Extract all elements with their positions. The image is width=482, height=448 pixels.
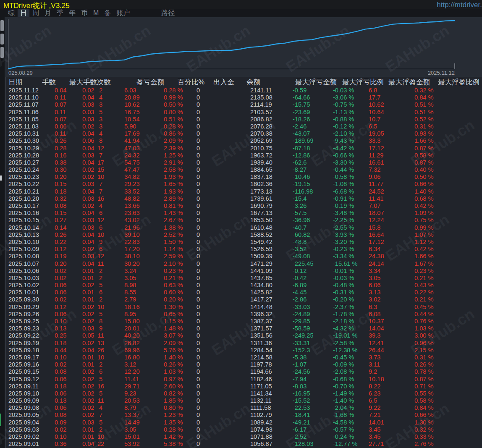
- menu-tab-0[interactable]: 综: [6, 9, 17, 17]
- cell-max-float-profit: 7.32: [369, 166, 380, 173]
- left-edge-scrollbar[interactable]: [0, 17, 5, 448]
- cell-trade-count: 4: [93, 404, 108, 411]
- menu-tab-3[interactable]: 月: [42, 9, 53, 17]
- menu-tab-9[interactable]: 账户: [114, 9, 132, 17]
- cell-trade-count: 11: [93, 260, 108, 267]
- table-row[interactable]: 2025.09.150.080.02612.201.03 %01194.66-2…: [0, 368, 482, 375]
- table-row[interactable]: 2025.10.070.200.041130.202.10 %01471.29-…: [0, 260, 482, 267]
- edge-handle[interactable]: [0, 20, 4, 31]
- table-row[interactable]: 2025.09.180.440.042669.965.76 %01284.54-…: [0, 347, 482, 354]
- table-row[interactable]: 2025.10.150.270.031243.022.67 %01653.50-…: [0, 217, 482, 224]
- table-row[interactable]: 2025.09.050.080.02713.371.23 %01102.79-1…: [0, 411, 482, 419]
- table-row[interactable]: 2025.09.100.060.0259.230.82 %01141.34-16…: [0, 390, 482, 397]
- table-row[interactable]: 2025.11.060.110.03516.750.80 %02103.57-2…: [0, 109, 482, 116]
- cell-trade-count: 7: [93, 181, 108, 188]
- table-row[interactable]: 2025.09.220.250.051140.203.07 %01351.56-…: [0, 332, 482, 339]
- table-row[interactable]: 2025.10.230.200.021034.821.93 %01837.18-…: [0, 173, 482, 181]
- table-row[interactable]: 2025.09.250.100.02815.801.15 %01387.37-2…: [0, 318, 482, 325]
- table-row[interactable]: 2025.10.080.190.031238.102.59 %01509.39-…: [0, 253, 482, 260]
- table-row[interactable]: 2025.10.200.320.031648.822.89 %01739.61-…: [0, 195, 482, 202]
- table-row[interactable]: 2025.10.010.060.0168.550.60 %01425.82-4.…: [0, 289, 482, 296]
- cell-lots: 0.06: [55, 289, 66, 296]
- cell-deposit-withdrawal: 0: [196, 145, 200, 152]
- cell-trade-count: 16: [93, 195, 108, 202]
- cell-max-float-profit-pct: 1.40 %: [414, 188, 433, 195]
- cell-pl-amount: 10.54: [124, 116, 140, 123]
- table-row[interactable]: 2025.10.020.060.0258.980.63 %01434.80-6.…: [0, 282, 482, 289]
- edge-handle[interactable]: [0, 47, 4, 58]
- cell-max-float-loss: -128.03: [293, 440, 314, 448]
- cell-max-lots: 0.05: [82, 332, 94, 339]
- cell-max-lots: 0.03: [82, 116, 94, 123]
- cell-deposit-withdrawal: 0: [196, 347, 200, 354]
- cell-lots: 0.02: [55, 361, 66, 368]
- table-row[interactable]: 2025.10.220.150.03729.231.65 %01802.36-1…: [0, 181, 482, 188]
- table-row[interactable]: 2025.10.140.140.03621.961.38 %01610.48-4…: [0, 224, 482, 231]
- cell-max-float-loss-pct: -0.19 %: [333, 202, 354, 210]
- menu-tab-5[interactable]: 年: [67, 9, 78, 17]
- table-row[interactable]: 2025.11.100.110.04420.890.99 %02135.08-6…: [0, 94, 482, 101]
- cell-max-float-loss-pct: -2.37 %: [333, 304, 354, 311]
- cell-lots: 0.18: [55, 340, 66, 347]
- table-row[interactable]: 2025.10.030.020.0123.050.21 %01437.85-0.…: [0, 275, 482, 282]
- table-row[interactable]: 2025.11.030.060.0235.900.28 %02076.28-2.…: [0, 123, 482, 130]
- table-row[interactable]: 2025.10.090.120.02617.201.14 %01526.59-3…: [0, 246, 482, 253]
- table-row[interactable]: 2025.10.130.260.041039.102.52 %01588.52-…: [0, 231, 482, 238]
- cell-max-float-profit: 11.29: [369, 152, 383, 159]
- menu-tab-2[interactable]: 周: [30, 9, 41, 17]
- menu-tab-8[interactable]: 备: [102, 9, 113, 17]
- cell-date: 2025.09.19: [8, 340, 39, 347]
- table-row[interactable]: 2025.10.290.280.041247.032.39 %02010.75-…: [0, 145, 482, 152]
- menu-tab-10[interactable]: 路径: [159, 9, 177, 17]
- cell-max-float-profit-pct: 0.66 %: [414, 411, 433, 419]
- cell-pl-percent: 0.97 %: [164, 376, 183, 383]
- table-row[interactable]: 2025.11.120.040.0226.030.28 %02141.11-0.…: [0, 87, 482, 94]
- table-row[interactable]: 2025.09.190.180.021326.822.09 %01311.36-…: [0, 340, 482, 347]
- table-row[interactable]: 2025.09.040.090.03514.491.35 %01089.42-4…: [0, 419, 482, 426]
- table-row[interactable]: 2025.10.280.160.03724.321.25 %01963.72-1…: [0, 152, 482, 159]
- cell-max-float-loss-pct: -0.48 %: [333, 282, 354, 289]
- table-row[interactable]: 2025.09.080.060.0248.790.80 %01111.58-22…: [0, 404, 482, 411]
- table-row[interactable]: 2025.09.170.100.011016.801.40 %01214.58-…: [0, 354, 482, 361]
- table-row[interactable]: 2025.10.240.300.021547.472.58 %01884.65-…: [0, 166, 482, 173]
- table-row[interactable]: 2025.10.300.260.06841.942.09 %02052.69-1…: [0, 137, 482, 144]
- table-row[interactable]: 2025.09.260.060.0258.950.65 %01396.32-24…: [0, 311, 482, 318]
- table-row[interactable]: 2025.10.170.080.02413.660.81 %01690.79-3…: [0, 202, 482, 210]
- table-row[interactable]: 2025.10.270.380.041754.752.91 %01939.40-…: [0, 159, 482, 166]
- table-row[interactable]: 2025.09.230.130.03920.011.48 %01371.57-5…: [0, 325, 482, 332]
- table-row[interactable]: 2025.11.070.070.03310.620.50 %02114.19-1…: [0, 101, 482, 108]
- menu-tab-7[interactable]: M: [91, 9, 101, 17]
- table-row[interactable]: 2025.10.210.180.04733.521.93 %01773.13-1…: [0, 188, 482, 195]
- table-row[interactable]: 2025.09.090.130.021120.531.85 %01132.11-…: [0, 397, 482, 404]
- menu-tab-1[interactable]: 日: [18, 9, 29, 17]
- edge-handle[interactable]: [0, 34, 4, 45]
- table-row[interactable]: 2025.10.310.110.04417.690.86 %02070.38-4…: [0, 130, 482, 137]
- cell-max-float-loss: -0.59: [293, 87, 306, 94]
- table-row[interactable]: 2025.09.290.120.021018.161.30 %01414.48-…: [0, 304, 482, 311]
- cell-trade-count: 9: [93, 238, 108, 246]
- cell-trade-count: 3: [93, 101, 108, 108]
- table-row[interactable]: 2025.09.160.020.0123.120.26 %01197.78-1.…: [0, 361, 482, 368]
- table-header-row: 日期手数最大手数次数盈亏金额百分比%出入金余额最大浮亏金额最大浮亏比例最大浮盈金…: [0, 77, 482, 87]
- table-row[interactable]: 2025.09.300.020.0122.790.20 %01417.27-2.…: [0, 296, 482, 303]
- table-row[interactable]: 2025.09.110.180.021629.712.60 %01171.05-…: [0, 383, 482, 390]
- table-row[interactable]: 2025.09.010.360.042253.925.38 %01056.87-…: [0, 440, 482, 448]
- cell-max-float-profit-pct: 0.33 %: [414, 433, 433, 440]
- table-row[interactable]: 2025.11.050.070.03310.540.51 %02086.82-1…: [0, 116, 482, 123]
- table-row[interactable]: 2025.10.060.020.0123.240.23 %01441.09-0.…: [0, 267, 482, 275]
- table-row[interactable]: 2025.10.100.220.04922.831.50 %01549.42-4…: [0, 238, 482, 246]
- vendor-url[interactable]: http://mtdriver.: [437, 1, 482, 9]
- menu-tab-6[interactable]: 币: [79, 9, 90, 17]
- cell-trade-count: 6: [93, 289, 108, 296]
- cell-deposit-withdrawal: 0: [196, 173, 200, 181]
- cell-balance: 1111.58: [250, 404, 271, 411]
- table-row[interactable]: 2025.09.120.060.02511.410.97 %01182.46-7…: [0, 376, 482, 383]
- cell-balance: 1071.88: [250, 433, 272, 440]
- table-row[interactable]: 2025.10.160.150.04623.631.43 %01677.13-5…: [0, 210, 482, 217]
- cell-balance: 2141.11: [250, 87, 272, 94]
- table-row[interactable]: 2025.09.030.020.0123.050.28 %01074.93-6.…: [0, 426, 482, 433]
- cell-max-lots: 0.02: [82, 411, 94, 419]
- cell-pl-amount: 16.80: [124, 354, 140, 361]
- menu-tab-4[interactable]: 季: [55, 9, 65, 17]
- table-row[interactable]: 2025.09.020.100.011015.011.42 %01071.88-…: [0, 433, 482, 440]
